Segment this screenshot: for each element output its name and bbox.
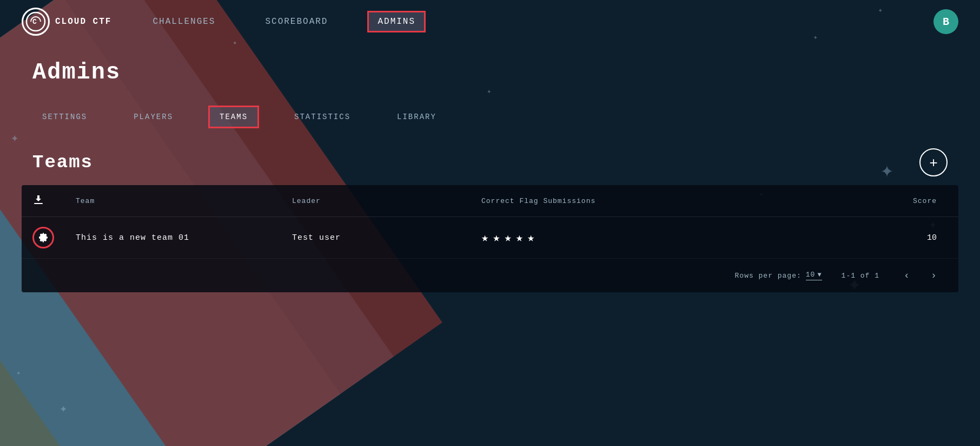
next-page-button[interactable]: › [926,267,942,284]
rows-per-page-value: 10 [806,271,816,279]
user-avatar[interactable]: B [933,9,958,34]
team-column-header: Team [76,197,292,205]
svg-rect-5 [34,203,43,204]
score-value: 10 [866,233,948,242]
logo-icon: C [22,8,50,36]
star-5: ★ [527,231,534,245]
prev-page-button[interactable]: ‹ [899,267,915,284]
sub-nav-settings[interactable]: SETTINGS [32,107,97,127]
leader-name: Test user [292,233,481,242]
add-team-button[interactable]: + [919,148,948,176]
pagination-row: Rows per page: 10 ▼ 1-1 of 1 ‹ › [22,259,958,292]
nav-scoreboard[interactable]: SCOREBOARD [256,12,336,31]
svg-text:C: C [32,18,37,26]
star-3: ★ [505,231,512,245]
table-row: This is a new team 01 Test user ★ ★ ★ ★ … [22,217,958,259]
logo: C CLOUD CTF [22,8,111,36]
rows-dropdown-icon[interactable]: ▼ [817,271,822,279]
nav-challenges[interactable]: CHALLENGES [144,12,224,31]
brand-name: CLOUD CTF [55,17,111,27]
star-1: ★ [481,231,488,245]
score-column-header: Score [866,197,948,205]
table-header: Team Leader Correct Flag Submissions Sco… [22,185,958,217]
star-4: ★ [516,231,523,245]
navbar: C CLOUD CTF CHALLENGES SCOREBOARD ADMINS… [0,0,980,43]
leader-column-header: Leader [292,197,481,205]
page-range-label: 1-1 of 1 [842,272,879,280]
team-name: This is a new team 01 [76,233,292,242]
section-header: Teams + [0,137,980,185]
rows-per-page-select[interactable]: 10 ▼ [806,271,822,280]
sub-nav-teams[interactable]: TEAMS [210,107,257,127]
teams-table: Team Leader Correct Flag Submissions Sco… [22,185,958,292]
nav-links: CHALLENGES SCOREBOARD ADMINS [144,12,424,31]
nav-admins[interactable]: ADMINS [369,12,424,31]
sub-nav-library[interactable]: LIBRARY [387,107,446,127]
sub-nav-players[interactable]: PLAYERS [124,107,183,127]
page-title: Admins [0,43,980,96]
row-settings-icon[interactable] [32,227,76,248]
stars-rating: ★ ★ ★ ★ ★ [481,231,866,245]
sub-nav: SETTINGS PLAYERS TEAMS STATISTICS LIBRAR… [0,96,980,137]
star-2: ★ [493,231,500,245]
sub-nav-statistics[interactable]: STATISTICS [284,107,360,127]
download-header-icon[interactable] [32,194,76,208]
rows-per-page: Rows per page: 10 ▼ [735,271,822,280]
section-title: Teams [32,152,93,173]
rows-per-page-label: Rows per page: [735,272,802,280]
submissions-column-header: Correct Flag Submissions [481,197,866,205]
